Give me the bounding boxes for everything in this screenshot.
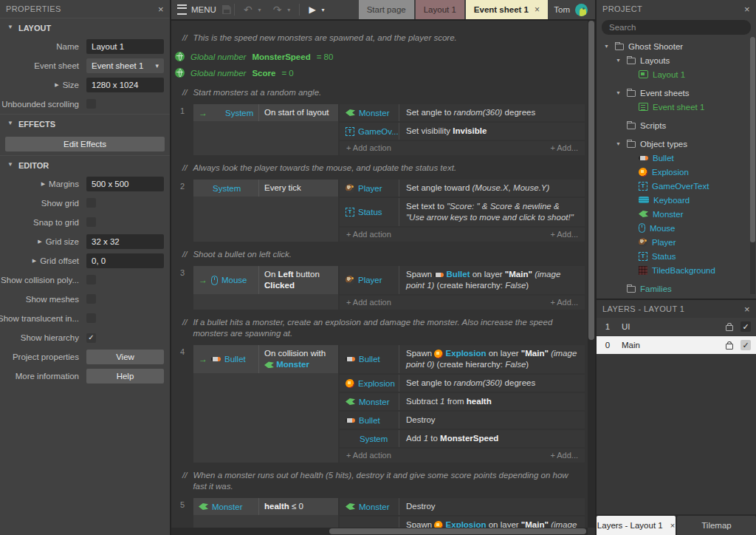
close-icon[interactable]: × (744, 304, 750, 314)
action-row[interactable]: MonsterSpawn Explosion on layer "Main" (… (340, 517, 585, 528)
action-row[interactable]: BulletDestroy (340, 412, 585, 429)
bottom-tab-layers-layout-1[interactable]: Layers - Layout 1× (597, 516, 676, 535)
save-icon[interactable] (222, 5, 231, 14)
expand-icon[interactable]: ▶ (38, 239, 41, 245)
global-variable-score[interactable]: Global numberScore= 0 (175, 66, 588, 80)
show-hierarchy-checkbox[interactable]: ✓ (86, 333, 96, 343)
tree-item-layout-1[interactable]: Layout 1 (597, 67, 749, 81)
button-help[interactable]: Help (86, 369, 164, 384)
close-icon[interactable]: × (744, 4, 750, 14)
global-variable-monsterspeed[interactable]: Global numberMonsterSpeed= 80 (175, 50, 588, 64)
tree-item-timelines[interactable]: ▼Timelines (597, 296, 749, 299)
grid-offset-field[interactable]: 0, 0 (86, 253, 164, 268)
scrollbar-thumb[interactable] (588, 21, 594, 340)
tree-item-scripts[interactable]: Scripts (597, 118, 749, 132)
tree-item-families[interactable]: Families (597, 282, 749, 296)
comment-block[interactable]: //This is the speed new monsters are spa… (182, 33, 577, 44)
section-header-editor[interactable]: ▼EDITOR (0, 155, 170, 174)
comment-block[interactable]: //Start monsters at a random angle. (182, 87, 577, 98)
condition-column[interactable]: →MouseOn Left button Clicked (193, 266, 338, 310)
undo-button[interactable]: ↶ ▾ (238, 0, 267, 19)
tree-item-event-sheet-1[interactable]: Event sheet 1 (597, 100, 749, 114)
add-link[interactable]: + Add... (550, 143, 578, 152)
tree-item-bullet[interactable]: Bullet (597, 151, 749, 165)
grid-size-field[interactable]: 32 x 32 (86, 234, 164, 249)
comment-block[interactable]: //When a monster runs out of health (5 h… (182, 470, 577, 492)
event-sheet-dropdown[interactable]: Event sheet 1▾ (86, 58, 164, 73)
action-row[interactable]: BulletSpawn Explosion on layer "Main" (i… (340, 345, 585, 373)
layer-visible-checkbox[interactable]: ✓ (740, 340, 751, 350)
add-link[interactable]: + Add... (550, 451, 578, 460)
button-edit-effects[interactable]: Edit Effects (5, 137, 165, 151)
condition-row[interactable]: →BulletOn collision with Monster (193, 345, 338, 373)
tree-item-tiledbackground[interactable]: TiledBackground (597, 263, 749, 277)
tree-item-mouse[interactable]: Mouse (597, 221, 749, 235)
close-icon[interactable]: × (535, 4, 540, 15)
chevron-down-icon[interactable]: ▼ (614, 90, 622, 95)
event-sheet-horizontal-scrollbar[interactable] (171, 528, 588, 535)
user-account[interactable]: Tom (554, 4, 595, 16)
bottom-tab-tilemap[interactable]: Tilemap (677, 516, 756, 535)
add-link[interactable]: + Add... (550, 298, 578, 307)
preview-button[interactable]: ▶ ▾ (303, 0, 330, 19)
expand-icon[interactable]: ▶ (55, 82, 58, 88)
tab-event-sheet-1[interactable]: Event sheet 1× (466, 0, 548, 19)
action-row[interactable]: GameOv...Set visibility Invisible (340, 123, 585, 140)
show-translucent-in-checkbox[interactable] (86, 313, 96, 323)
redo-button[interactable]: ↷ ▾ (267, 0, 297, 19)
tab-layout-1[interactable]: Layout 1 (416, 0, 464, 19)
tree-item-keyboard[interactable]: Keyboard (597, 193, 749, 207)
comment-block[interactable]: //Always look the player towards the mou… (182, 163, 577, 174)
tree-item-object-types[interactable]: ▼Object types (597, 137, 749, 151)
close-icon[interactable]: × (670, 521, 675, 530)
condition-row[interactable]: Monsterhealth ≤ 0 (193, 498, 338, 515)
layer-row-main[interactable]: 0Main✓ (597, 336, 756, 354)
expand-icon[interactable]: ▶ (41, 181, 45, 187)
tree-item-gameovertext[interactable]: GameOverText (597, 179, 749, 193)
action-row[interactable]: MonsterSubtract 1 from health (340, 393, 585, 410)
chevron-down-icon[interactable]: ▼ (602, 44, 611, 49)
scrollbar-thumb[interactable] (750, 37, 755, 242)
action-row[interactable]: MonsterDestroy (340, 498, 585, 515)
tree-item-event-sheets[interactable]: ▼Event sheets (597, 86, 749, 100)
comment-block[interactable]: //If a bullet hits a monster, create an … (182, 317, 577, 339)
show-collision-poly-checkbox[interactable] (86, 275, 96, 284)
project-scrollbar[interactable] (750, 37, 755, 294)
tree-item-layouts[interactable]: ▼Layouts (597, 53, 749, 67)
condition-row[interactable]: →MouseOn Left button Clicked (193, 266, 338, 294)
add-link[interactable]: + Add... (550, 230, 578, 239)
comment-block[interactable]: //Shoot a bullet on left click. (182, 249, 577, 260)
event-sheet-vertical-scrollbar[interactable] (588, 21, 595, 528)
action-row[interactable]: SystemAdd 1 to MonsterSpeed (340, 430, 585, 447)
action-row[interactable]: MonsterSet angle to random(360) degrees (340, 104, 585, 121)
search-input[interactable] (602, 20, 751, 35)
tree-item-player[interactable]: Player (597, 235, 749, 249)
tree-item-explosion[interactable]: Explosion (597, 165, 749, 179)
condition-row[interactable]: →SystemOn start of layout (193, 104, 338, 121)
condition-column[interactable]: SystemEvery tick (193, 180, 338, 242)
button-view[interactable]: View (86, 350, 164, 364)
tab-start-page[interactable]: Start page (359, 0, 414, 19)
name-field[interactable]: Layout 1 (86, 39, 164, 54)
snap-to-grid-checkbox[interactable] (86, 217, 96, 227)
condition-column[interactable]: →BulletOn collision with Monster (193, 345, 338, 463)
unbounded-scrolling-checkbox[interactable] (86, 99, 96, 109)
add-action-link[interactable]: + Add action (346, 451, 391, 460)
show-meshes-checkbox[interactable] (86, 294, 96, 304)
condition-row[interactable]: SystemEvery tick (193, 180, 338, 197)
add-action-link[interactable]: + Add action (346, 230, 391, 239)
scrollbar-thumb[interactable] (329, 528, 586, 534)
section-header-layout[interactable]: ▼LAYOUT (0, 18, 170, 37)
action-row[interactable]: ExplosionSet angle to random(360) degree… (340, 375, 585, 392)
tree-item-status[interactable]: Status (597, 249, 749, 263)
condition-column[interactable]: →SystemOn start of layout (193, 104, 338, 155)
chevron-down-icon[interactable]: ▼ (614, 141, 622, 146)
expand-icon[interactable]: ▶ (32, 258, 36, 264)
add-action-link[interactable]: + Add action (346, 143, 391, 152)
layer-visible-checkbox[interactable]: ✓ (740, 321, 751, 332)
menu-button[interactable]: MENU (171, 0, 222, 19)
section-header-effects[interactable]: ▼EFFECTS (0, 114, 170, 133)
size-field[interactable]: 1280 x 1024 (86, 78, 164, 92)
condition-column[interactable]: Monsterhealth ≤ 0 (193, 498, 338, 528)
layer-row-ui[interactable]: 1UI✓ (597, 318, 756, 335)
